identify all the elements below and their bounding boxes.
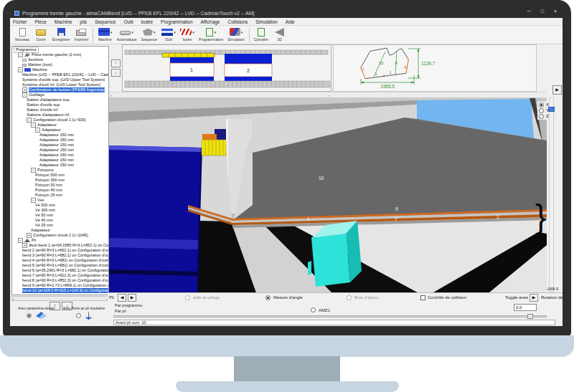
tree-item[interactable]: bend 7 (a=90 R=3 L=912.3) on Configurati… [12,273,108,278]
tree-item[interactable]: Adaptateur 150 mm [12,148,108,153]
3d-button[interactable]: 3D [270,27,289,42]
collapse-icon[interactable]: − [31,123,36,128]
minimize-button[interactable]: ─ [527,9,531,14]
tree-item[interactable]: −Machine [12,67,108,72]
project-tree[interactable]: Programme−Pièce tremie gauche (2 mm)Sect… [11,46,109,295]
tree-item[interactable]: Adaptateur 150 mm [12,133,108,138]
tree-item[interactable]: −Vés [12,198,108,203]
tree-item[interactable]: bend 9 (a=90 R=2.73 L=899.1) on Configur… [12,283,108,288]
bras-appui-radio[interactable] [347,295,352,300]
tree-item[interactable]: −Adaptateur [12,123,108,128]
tree-item[interactable]: bend 4 (a=90 R=3 L=681) on Configuration… [12,258,108,263]
tree-item[interactable]: Machine (LVD -- PPEB EFL 220/42 -- LVD -… [12,72,108,77]
rotation-slider[interactable] [113,314,547,319]
tree-item[interactable]: Adaptateur 150 mm [12,143,108,148]
tree-item[interactable]: bend 5 (a=90 R=3 L=681) on Configuration… [12,263,108,268]
tree-item[interactable]: Adaptateur 150 mm [12,138,108,143]
dropdown-caret-icon[interactable]: ▾ [154,30,156,34]
tree-item[interactable]: Adaptateur 150 mm [12,153,108,158]
compiler-button[interactable]: Compiler [252,27,270,42]
mesure-angle-radio[interactable] [265,295,270,300]
tree-item[interactable]: Vé 500 mm [12,203,108,208]
tree-item[interactable]: Poinçon 500 mm [12,173,108,178]
ouvrir-button[interactable]: Ouvrir [32,27,50,42]
menu-item-plis[interactable]: plis [80,19,87,24]
collapse-icon[interactable]: − [27,118,32,123]
tree-item[interactable]: −Pièce tremie gauche (2 mm) [12,52,108,57]
but-e-button[interactable]: ▾butée [178,27,197,42]
tree-item[interactable]: Vé 300 mm [12,208,108,213]
collapse-icon[interactable]: − [18,52,23,57]
axis-x-radio[interactable] [539,102,544,107]
sequence-button[interactable]: ▾Sequence [139,27,160,42]
menu-item-but-e[interactable]: butée [141,19,153,24]
scroll-left-icon[interactable]: ‹ [13,297,14,301]
collapse-icon[interactable]: − [18,67,23,72]
dropdown-caret-icon[interactable]: ▾ [174,30,176,34]
imprimer-button[interactable]: Imprimer [72,27,90,42]
tree-item[interactable]: +divot bend 1 (a=34.1585 R=3 L=852.1) on… [12,243,108,248]
tree-item[interactable]: Stations d'adaptateur inf. [12,113,108,118]
axis-z-radio[interactable] [539,114,544,119]
tree-item[interactable]: −Outillage [12,92,108,97]
tree-item[interactable]: Vé 50 mm [12,213,108,218]
menu-item-collisions[interactable]: Collisions [227,19,248,24]
axis-y-radio[interactable] [539,108,544,113]
tool-stations-panel[interactable]: 1 2 [122,44,331,92]
tree-item[interactable]: Poinçon 40 mm [12,188,108,193]
enregistrer-button[interactable]: Enregistrer [50,27,72,42]
menu-item-sequence[interactable]: Sequence [95,19,116,24]
tree-item[interactable]: −Adaptateur [12,128,108,133]
outil-button[interactable]: ▾Outil [159,27,178,42]
tree-item[interactable]: bend 2 (a=90 R=3 L=662.1) on Configurati… [12,248,108,253]
vertical-slider-handle[interactable] [548,107,555,112]
amz1-radio[interactable] [311,307,316,312]
dropdown-caret-icon[interactable]: ▾ [131,30,133,34]
tree-item[interactable]: Vé 25 mm [12,223,108,228]
nouveau-button[interactable]: Nouveau [13,27,32,42]
menu-item-affichage[interactable]: Affichage [201,19,220,24]
expand-icon[interactable]: + [22,87,27,92]
tree-item[interactable]: −Poinçons [12,168,108,173]
collapse-icon[interactable]: − [31,168,36,173]
tree-item[interactable]: +Configuration d'outil 2 (L<1045) [12,233,108,238]
expand-icon[interactable]: + [22,243,27,248]
dropdown-caret-icon[interactable]: ▾ [110,30,113,34]
tree-item[interactable]: Adaptateur 150 mm [12,163,108,168]
dropdown-caret-icon[interactable]: ▾ [192,30,194,34]
rotation-slider-thumb[interactable] [527,314,533,319]
panel-horizontal-scrollbar[interactable]: ‹ › [109,92,547,97]
tree-horizontal-scrollbar[interactable]: ‹ › [11,296,109,301]
rotation-slider-track[interactable] [113,315,547,317]
tree-item[interactable]: Poinçon 25 mm [12,193,108,198]
menu-item-programmation[interactable]: Programmation [161,19,192,24]
option-bend-loss-radio[interactable] [76,313,81,318]
tree-item[interactable]: +Combinaison de butées (PPEB8 fingerstop… [12,87,108,92]
aide-au-pliage-radio[interactable] [185,295,190,300]
station-up-button[interactable]: ↑ [111,59,121,67]
simulation-3d-viewport[interactable]: } 10 9 7 1 1 [109,97,547,292]
tree-item[interactable]: Station d'outils sup. [12,102,108,107]
menu-item-fichier[interactable]: Fichier [13,19,27,24]
tree-item[interactable]: Sections [12,57,108,62]
collision-checkbox[interactable] [420,295,425,300]
tree-item[interactable]: Station d'outils inf. [12,107,108,113]
collapse-icon[interactable]: − [35,128,40,133]
expand-icon[interactable]: + [27,233,32,238]
tree-item[interactable]: Matière (Inox) [12,62,108,67]
tree-item[interactable]: bend 3 (a=90 R=3 L=682.1) on Configurati… [12,253,108,258]
tree-item[interactable]: −Pli [12,238,108,243]
tree-item[interactable]: Station d'adaptateur sup. [12,97,108,102]
automatique-button[interactable]: ▾Automatique [114,27,138,42]
collapse-icon[interactable]: − [18,238,23,243]
tree-item[interactable]: bend 8 (a=90 R=3 L=852.3) on Configurati… [12,278,108,283]
tree-item[interactable]: −Configuration d'outil 1 (L<915) [12,118,108,123]
tree-item[interactable]: bend 10 (a=168.5 R=315 L=104.9) on Confi… [12,288,108,293]
pane-expand-button[interactable]: ▶ [552,85,562,95]
tree-item[interactable]: bend 6 (a=35.2961 R=3 L=682.1) on Config… [12,268,108,273]
menu-item-simulation[interactable]: Simulation [255,19,277,24]
tree-item[interactable]: Adaptateur 150 mm [12,158,108,163]
dropdown-caret-icon[interactable]: ▾ [214,30,216,34]
tree-item[interactable]: Adaptateur [12,228,108,233]
tree-item[interactable]: Vé 40 mm [12,218,108,223]
